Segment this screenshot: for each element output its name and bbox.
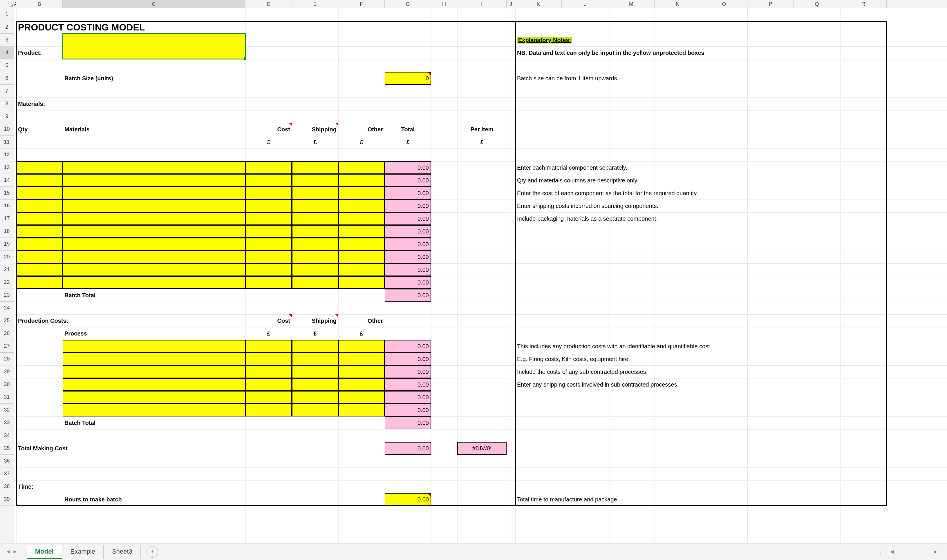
mat-ship-9[interactable] bbox=[292, 276, 338, 289]
mat-ship-5[interactable] bbox=[292, 225, 338, 238]
prod-other-1[interactable] bbox=[338, 353, 385, 365]
prod-desc-2[interactable] bbox=[63, 365, 245, 378]
mat-ship-1[interactable] bbox=[292, 174, 338, 187]
row-header-6[interactable]: 6 bbox=[0, 72, 14, 85]
row-header-34[interactable]: 34 bbox=[0, 429, 14, 442]
prod-cost-3[interactable] bbox=[245, 378, 292, 391]
mat-qty-5[interactable] bbox=[16, 225, 63, 238]
row-header-32[interactable]: 32 bbox=[0, 404, 14, 417]
mat-ship-4[interactable] bbox=[292, 212, 338, 225]
row-header-15[interactable]: 15 bbox=[0, 187, 14, 200]
batch-size-input[interactable]: 0 bbox=[385, 72, 431, 85]
row-header-8[interactable]: 8 bbox=[0, 97, 14, 110]
mat-qty-6[interactable] bbox=[16, 238, 63, 251]
row-header-17[interactable]: 17 bbox=[0, 212, 14, 225]
row-header-35[interactable]: 35 bbox=[0, 442, 14, 455]
prod-other-5[interactable] bbox=[338, 404, 385, 417]
mat-desc-9[interactable] bbox=[63, 276, 245, 289]
col-header-J[interactable]: J bbox=[507, 0, 515, 8]
mat-ship-2[interactable] bbox=[292, 187, 338, 200]
mat-desc-7[interactable] bbox=[63, 251, 245, 263]
mat-qty-8[interactable] bbox=[16, 263, 63, 276]
spreadsheet-grid[interactable]: PRODUCT COSTING MODELProduct:Batch Size … bbox=[14, 8, 947, 543]
col-header-I[interactable]: I bbox=[457, 0, 507, 8]
prod-desc-4[interactable] bbox=[63, 391, 245, 404]
mat-other-2[interactable] bbox=[338, 187, 385, 200]
tab-nav-next[interactable]: ► bbox=[12, 549, 18, 555]
mat-qty-9[interactable] bbox=[16, 276, 63, 289]
prod-ship-3[interactable] bbox=[292, 378, 338, 391]
mat-desc-4[interactable] bbox=[63, 212, 245, 225]
row-header-7[interactable]: 7 bbox=[0, 85, 14, 97]
mat-qty-1[interactable] bbox=[16, 174, 63, 187]
mat-other-0[interactable] bbox=[338, 161, 385, 174]
row-header-4[interactable]: 4 bbox=[0, 46, 14, 59]
prod-desc-5[interactable] bbox=[63, 404, 245, 417]
row-header-1[interactable]: 1 bbox=[0, 8, 14, 21]
row-header-28[interactable]: 28 bbox=[0, 353, 14, 365]
row-header-25[interactable]: 25 bbox=[0, 314, 14, 327]
col-header-P[interactable]: P bbox=[747, 0, 794, 8]
mat-other-1[interactable] bbox=[338, 174, 385, 187]
prod-cost-1[interactable] bbox=[245, 353, 292, 365]
prod-cost-0[interactable] bbox=[245, 340, 292, 353]
product-input[interactable] bbox=[63, 34, 245, 59]
row-header-33[interactable]: 33 bbox=[0, 417, 14, 429]
mat-cost-9[interactable] bbox=[245, 276, 292, 289]
mat-ship-3[interactable] bbox=[292, 200, 338, 212]
col-header-H[interactable]: H bbox=[431, 0, 457, 8]
col-header-D[interactable]: D bbox=[245, 0, 292, 8]
mat-cost-2[interactable] bbox=[245, 187, 292, 200]
mat-ship-6[interactable] bbox=[292, 238, 338, 251]
row-header-36[interactable]: 36 bbox=[0, 455, 14, 468]
row-header-26[interactable]: 26 bbox=[0, 327, 14, 340]
row-header-12[interactable]: 12 bbox=[0, 148, 14, 161]
mat-cost-7[interactable] bbox=[245, 251, 292, 263]
prod-desc-3[interactable] bbox=[63, 378, 245, 391]
row-header-29[interactable]: 29 bbox=[0, 365, 14, 378]
row-headers[interactable]: 1234567891011121314151617181920212223242… bbox=[0, 8, 14, 543]
select-all-corner[interactable] bbox=[0, 0, 14, 8]
mat-desc-8[interactable] bbox=[63, 263, 245, 276]
row-header-27[interactable]: 27 bbox=[0, 340, 14, 353]
mat-cost-6[interactable] bbox=[245, 238, 292, 251]
prod-ship-5[interactable] bbox=[292, 404, 338, 417]
row-header-19[interactable]: 19 bbox=[0, 238, 14, 251]
row-header-9[interactable]: 9 bbox=[0, 110, 14, 123]
mat-other-8[interactable] bbox=[338, 263, 385, 276]
mat-desc-3[interactable] bbox=[63, 200, 245, 212]
col-header-F[interactable]: F bbox=[338, 0, 385, 8]
mat-other-3[interactable] bbox=[338, 200, 385, 212]
add-sheet-button[interactable]: + bbox=[146, 546, 158, 558]
prod-cost-2[interactable] bbox=[245, 365, 292, 378]
prod-other-0[interactable] bbox=[338, 340, 385, 353]
prod-cost-5[interactable] bbox=[245, 404, 292, 417]
row-header-24[interactable]: 24 bbox=[0, 302, 14, 314]
prod-ship-0[interactable] bbox=[292, 340, 338, 353]
hscroll-right[interactable]: ► bbox=[933, 548, 938, 555]
mat-cost-0[interactable] bbox=[245, 161, 292, 174]
col-header-O[interactable]: O bbox=[701, 0, 747, 8]
row-header-21[interactable]: 21 bbox=[0, 263, 14, 276]
prod-other-2[interactable] bbox=[338, 365, 385, 378]
prod-desc-0[interactable] bbox=[63, 340, 245, 353]
mat-cost-8[interactable] bbox=[245, 263, 292, 276]
row-header-18[interactable]: 18 bbox=[0, 225, 14, 238]
mat-ship-7[interactable] bbox=[292, 251, 338, 263]
mat-other-6[interactable] bbox=[338, 238, 385, 251]
row-header-5[interactable]: 5 bbox=[0, 59, 14, 72]
prod-cost-4[interactable] bbox=[245, 391, 292, 404]
mat-qty-4[interactable] bbox=[16, 212, 63, 225]
prod-ship-4[interactable] bbox=[292, 391, 338, 404]
col-header-M[interactable]: M bbox=[608, 0, 654, 8]
row-header-30[interactable]: 30 bbox=[0, 378, 14, 391]
prod-ship-2[interactable] bbox=[292, 365, 338, 378]
row-header-3[interactable]: 3 bbox=[0, 34, 14, 46]
col-header-A[interactable]: A bbox=[14, 0, 16, 8]
mat-cost-3[interactable] bbox=[245, 200, 292, 212]
row-header-39[interactable]: 39 bbox=[0, 493, 14, 506]
prod-other-4[interactable] bbox=[338, 391, 385, 404]
mat-cost-1[interactable] bbox=[245, 174, 292, 187]
sheet-tab-sheet3[interactable]: Sheet3 bbox=[103, 545, 141, 559]
row-header-11[interactable]: 11 bbox=[0, 136, 14, 148]
